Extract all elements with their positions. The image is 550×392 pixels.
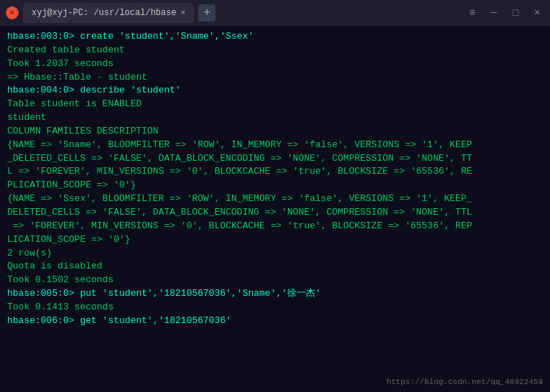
terminal-line: Took 0.1413 seconds xyxy=(7,301,543,314)
close-window-button[interactable]: × xyxy=(530,6,544,20)
terminal-line: hbase:005:0> put 'student','18210567036'… xyxy=(7,287,543,301)
terminal-line: Took 1.2037 seconds xyxy=(7,57,543,71)
terminal-line: hbase:006:0> get 'student','18210567036' xyxy=(7,314,543,328)
terminal-line: student xyxy=(7,111,543,125)
terminal-line: Quota is disabled xyxy=(7,260,543,274)
tab-label: xyj@xyj-PC: /usr/local/hbase xyxy=(32,8,177,18)
new-tab-button[interactable]: + xyxy=(198,4,215,22)
terminal-line: Took 0.1502 seconds xyxy=(7,274,543,287)
maximize-button[interactable]: □ xyxy=(508,6,523,20)
terminal-tab[interactable]: xyj@xyj-PC: /usr/local/hbase × xyxy=(23,3,194,23)
terminal-line: {NAME => 'Sname', BLOOMFILTER => 'ROW', … xyxy=(7,139,543,192)
terminal-line: {NAME => 'Ssex', BLOOMFILTER => 'ROW', I… xyxy=(7,192,543,246)
minimize-button[interactable]: ─ xyxy=(487,6,501,20)
close-icon: × xyxy=(10,9,15,17)
close-button[interactable]: × xyxy=(6,6,19,19)
terminal-line: hbase:004:0> describe 'student' xyxy=(7,84,543,98)
terminal-window: × xyj@xyj-PC: /usr/local/hbase × + ≡ ─ □… xyxy=(0,0,550,392)
plus-icon: + xyxy=(203,6,210,19)
terminal-line: 2 row(s) xyxy=(7,247,543,261)
titlebar: × xyj@xyj-PC: /usr/local/hbase × + ≡ ─ □… xyxy=(0,0,550,26)
terminal-line: => Hbase::Table - student xyxy=(7,71,543,85)
terminal-line: Created table student xyxy=(7,44,543,57)
terminal-content: hbase:003:0> create 'student','Sname','S… xyxy=(7,30,543,328)
watermark: https://blog.csdn.net/qq_48922459 xyxy=(386,378,543,386)
terminal-line: Table student is ENABLED xyxy=(7,98,543,111)
terminal-body[interactable]: hbase:003:0> create 'student','Sname','S… xyxy=(0,26,550,392)
window-controls: ≡ ─ □ × xyxy=(465,6,544,20)
tab-close-icon[interactable]: × xyxy=(181,9,186,17)
terminal-line: COLUMN FAMILIES DESCRIPTION xyxy=(7,125,543,139)
menu-button[interactable]: ≡ xyxy=(465,6,480,20)
terminal-line: hbase:003:0> create 'student','Sname','S… xyxy=(7,30,543,44)
